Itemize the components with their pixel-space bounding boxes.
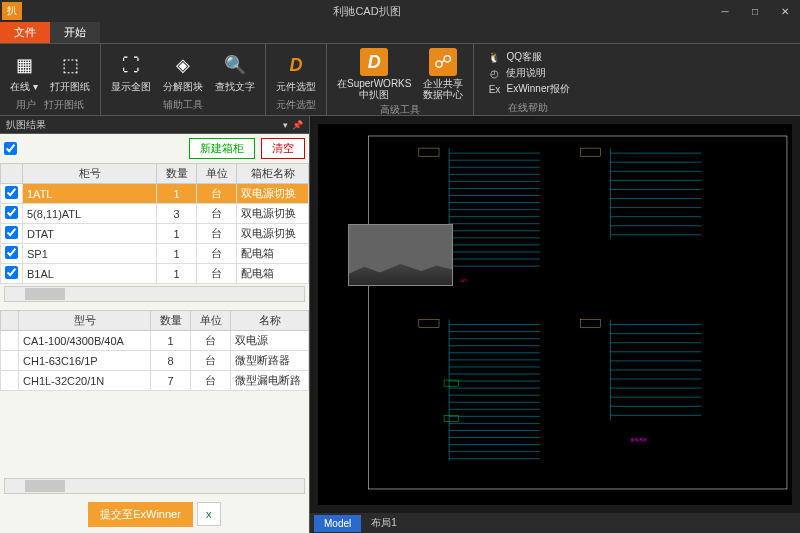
minimize-button[interactable]: ─ (710, 0, 740, 22)
qq-icon: 🐧 (486, 50, 502, 64)
fit-icon: ⛶ (117, 51, 145, 79)
fit-all-button[interactable]: ⛶ 显示全图 (105, 46, 157, 97)
link-icon: ☍ (429, 48, 457, 76)
search-icon: 🔍 (221, 51, 249, 79)
table-row[interactable]: CH1L-32C20/1N7台微型漏电断路 (1, 371, 309, 391)
row-checkbox[interactable] (5, 266, 18, 279)
explode-button[interactable]: ◈ 分解图块 (157, 46, 209, 97)
table-row[interactable]: 1ATL1台双电源切换 (1, 184, 309, 204)
app-logo: 扒 (2, 2, 22, 20)
hscrollbar[interactable] (4, 286, 305, 302)
cube-icon: ◈ (169, 51, 197, 79)
submit-exwinner-button[interactable]: 提交至ExWinner (88, 502, 193, 527)
preview-thumbnail (348, 224, 453, 286)
cabinet-table: 柜号 数量 单位 箱柜名称 1ATL1台双电源切换 5(8,11)ATL3台双电… (0, 163, 309, 284)
clear-button[interactable]: 清空 (261, 138, 305, 159)
share-center-button[interactable]: ☍ 企业共享 数据中心 (417, 46, 469, 102)
tab-start[interactable]: 开始 (50, 22, 100, 43)
d-logo-icon: D (282, 51, 310, 79)
open-drawing-button[interactable]: ⬚ 打开图纸 (44, 46, 96, 97)
grid-icon: ▦ (10, 51, 38, 79)
table-row[interactable]: 5(8,11)ATL3台双电源切换 (1, 204, 309, 224)
svg-rect-33 (419, 320, 439, 328)
excel-icon: x (206, 508, 212, 520)
help-icon: ◴ (486, 66, 502, 80)
find-text-button[interactable]: 🔍 查找文字 (209, 46, 261, 97)
select-all-checkbox[interactable] (4, 142, 17, 155)
hscrollbar[interactable] (4, 478, 305, 494)
dropdown-icon[interactable]: ▾ (283, 120, 288, 130)
open-icon: ⬚ (56, 51, 84, 79)
model-tab[interactable]: Model (314, 515, 361, 532)
layout1-tab[interactable]: 布局1 (361, 513, 407, 533)
maximize-button[interactable]: □ (740, 0, 770, 22)
table-row[interactable]: CH1-63C16/1P8台微型断路器 (1, 351, 309, 371)
cad-canvas[interactable]: 1ATL (318, 124, 792, 505)
component-select-button[interactable]: D 元件选型 (270, 46, 322, 97)
table-row[interactable]: B1AL1台配电箱 (1, 264, 309, 284)
svg-text:1ATL: 1ATL (459, 278, 469, 283)
svg-text:配电系统: 配电系统 (631, 437, 647, 442)
superworks-button[interactable]: D 在SuperWORKS 中扒图 (331, 46, 417, 102)
online-button[interactable]: ▦ 在线 ▾ (4, 46, 44, 97)
exwinner-button[interactable]: ExExWinner报价 (486, 81, 569, 97)
export-excel-button[interactable]: x (197, 502, 221, 526)
table-row[interactable]: DTAT1台双电源切换 (1, 224, 309, 244)
d-logo-icon: D (360, 48, 388, 76)
svg-rect-21 (580, 148, 600, 156)
table-row[interactable]: SP11台配电箱 (1, 244, 309, 264)
svg-rect-1 (419, 148, 439, 156)
qq-service-button[interactable]: 🐧QQ客服 (486, 49, 569, 65)
new-cabinet-button[interactable]: 新建箱柜 (189, 138, 255, 159)
row-checkbox[interactable] (5, 206, 18, 219)
table-row[interactable]: CA1-100/4300B/40A1台双电源 (1, 331, 309, 351)
svg-rect-0 (368, 136, 787, 489)
panel-title: 扒图结果 (6, 118, 46, 132)
tab-file[interactable]: 文件 (0, 22, 50, 43)
ex-icon: Ex (486, 82, 502, 96)
help-button[interactable]: ◴使用说明 (486, 65, 569, 81)
close-button[interactable]: ✕ (770, 0, 800, 22)
component-table: 型号 数量 单位 名称 CA1-100/4300B/40A1台双电源 CH1-6… (0, 310, 309, 391)
row-checkbox[interactable] (5, 246, 18, 259)
pin-icon[interactable]: 📌 (292, 120, 303, 130)
row-checkbox[interactable] (5, 186, 18, 199)
svg-rect-57 (580, 320, 600, 328)
row-checkbox[interactable] (5, 226, 18, 239)
window-title: 利驰CAD扒图 (24, 4, 710, 19)
